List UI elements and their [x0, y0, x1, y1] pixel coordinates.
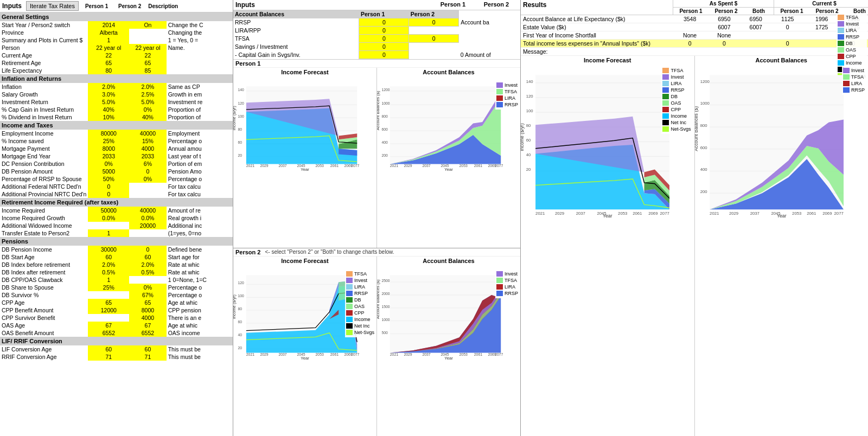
x-tick: 2029	[729, 211, 738, 216]
legend-tfsa: TFSA	[843, 74, 865, 80]
p2-account-legend: Invest TFSA LIRA RRSP	[495, 270, 519, 298]
middle-top-inputs: Inputs Person 1 Person 2 Account Balance…	[233, 0, 520, 60]
current-header: Current $	[774, 0, 868, 8]
legend-oas: OAS	[346, 304, 374, 309]
y-tick: 1000	[700, 101, 709, 106]
legend-rrsp: RRSP	[496, 291, 518, 296]
left-panel-header: Inputs Iterate Tax Rates Person 1 Person…	[0, 0, 233, 12]
as-p2-header: Person 2	[709, 8, 744, 15]
result-label: Account Balance at Life Expectancy ($k)	[521, 15, 673, 23]
x-tick: 2061	[633, 211, 642, 216]
table-row: Inflation 2.0% 2.0% Same as CP	[0, 83, 233, 91]
table-row: Investment Return 5.0% 5.0% Investment r…	[0, 98, 233, 106]
x-tick: 2045	[441, 352, 449, 356]
x-tick: 2061	[474, 164, 482, 168]
table-row: Transfer Estate to Person2 1 (1=yes, 0=n…	[0, 229, 233, 237]
y-tick: 20	[526, 167, 531, 172]
iterate-tax-rates-button[interactable]: Iterate Tax Rates	[26, 1, 79, 11]
table-row: Mortgage End Year 2033 2033 Last year of…	[0, 152, 233, 160]
y-tick: 400	[700, 167, 707, 172]
y-tick: 20	[238, 345, 242, 349]
legend-tfsa: TFSA	[496, 89, 518, 94]
y-axis-label: Account Balances ($)	[377, 279, 380, 319]
table-row: Start Year / Person2 switch 2014 On Chan…	[0, 21, 233, 29]
result-cur-p1: 1125	[770, 15, 805, 23]
table-row: Life Expectancy 80 85	[0, 67, 233, 74]
account-balances-header: Account Balances Person 1 Person 2	[233, 10, 520, 18]
y-tick: 100	[526, 108, 533, 113]
table-row: DB Index before retirement 2.0% 2.0% Rat…	[0, 261, 233, 268]
table-row: Account Balance at Life Expectancy ($k) …	[521, 15, 868, 23]
table-row: Total income less expenses in "Annual In…	[521, 40, 868, 48]
legend-tfsa: TFSA	[346, 271, 374, 277]
x-tick: 2045	[297, 164, 305, 168]
middle-panel: Inputs Person 1 Person 2 Account Balance…	[233, 0, 521, 436]
legend-invest: Invest	[496, 271, 518, 277]
result-cur-p1: 0	[770, 40, 805, 48]
right-panel: Results As Spent $ Person 1 Person 2 Bot…	[521, 0, 868, 436]
legend-rrsp: RRSP	[843, 87, 865, 93]
x-tick: 2029	[555, 211, 564, 216]
y-tick: 120	[238, 101, 245, 105]
result-as-both: 6950	[741, 15, 770, 23]
person2-label: Person 2	[235, 249, 260, 255]
rp-p1-income-title: Income Forecast	[521, 56, 694, 65]
legend-rrsp: RRSP	[662, 87, 691, 93]
table-row: Additional Federal NRTC Ded'n 0 For tax …	[0, 183, 233, 190]
income-taxes-header: Income and Taxes	[0, 121, 233, 130]
middle-inputs-title: Inputs	[235, 1, 255, 9]
as-both-header: Both	[744, 8, 774, 15]
x-tick: 2037	[278, 164, 286, 168]
result-as-p2: 0	[707, 40, 741, 48]
results-table: Account Balance at Life Expectancy ($k) …	[521, 15, 868, 56]
x-tick: 2037	[422, 164, 430, 168]
legend-lira: LIRA	[662, 81, 691, 86]
table-row: Income Required Growth 0.0% 0.0% Real gr…	[0, 214, 233, 222]
result-cur-p2	[805, 40, 839, 48]
result-as-p1: 3548	[673, 15, 707, 23]
results-title: Results	[521, 0, 673, 15]
y-tick: 60	[526, 138, 531, 143]
result-cur-p1	[770, 31, 805, 40]
x-tick: 2053	[316, 164, 324, 168]
p2-account-chart-container: Account Balances 2500 2000 1500 1000 500…	[377, 257, 520, 437]
table-row: OAS Age 67 67 Age at whic	[0, 322, 233, 329]
x-tick: 2037	[278, 352, 286, 356]
y-tick: 20	[238, 153, 242, 157]
x-tick: 2069	[822, 211, 832, 216]
legend-lira: LIRA	[496, 284, 518, 290]
x-tick: 2053	[316, 352, 324, 356]
x-tick: 2021	[390, 164, 398, 168]
x-tick: 2021	[246, 164, 254, 168]
y-tick: 1000	[382, 101, 390, 105]
result-as-p2: None	[707, 31, 741, 40]
legend-db: DB	[662, 94, 691, 99]
left-panel: Inputs Iterate Tax Rates Person 1 Person…	[0, 0, 233, 436]
x-tick: 2069	[648, 211, 658, 216]
result-as-p1	[673, 23, 707, 31]
x-tick: 2037	[750, 211, 759, 216]
x-axis-label: Year	[444, 356, 453, 361]
table-row: RRSP 0 0 Account ba	[233, 18, 520, 27]
rp-p1-income-legend: TFSA Invest LIRA RRSP DB OAS CPP Income …	[661, 67, 692, 134]
person1-charts: Income Forecast 140 120 100 80 60 20 Inc…	[233, 68, 520, 248]
legend-invest: Invest	[843, 68, 865, 73]
y-tick: 40	[238, 332, 242, 336]
table-row: % Dividend in Invest Return 10% 40% Prop…	[0, 113, 233, 121]
x-tick: 2037	[576, 211, 585, 216]
table-row: Mortgage Payment 8000 4000 Annual amou	[0, 145, 233, 152]
y-tick: 80	[238, 307, 242, 311]
inputs-table: General Settings Start Year / Person2 sw…	[0, 12, 233, 361]
table-row: First Year of Income Shortfall None None	[521, 31, 868, 40]
y-tick: 80	[526, 123, 531, 128]
y-tick: 200	[700, 189, 707, 194]
rp-p1-income-container: Income Forecast 140 120 100 80 60 40 20 …	[521, 56, 694, 436]
x-tick: 2053	[459, 352, 468, 356]
y-tick: 2500	[382, 279, 390, 283]
person2-col-header: Person 2	[113, 3, 146, 9]
result-cur-p2	[805, 31, 839, 40]
p1-account-title: Account Balances	[377, 68, 520, 76]
legend-lira: LIRA	[496, 95, 518, 101]
table-row: Savings / Investment 0	[233, 43, 520, 51]
result-as-p1: 0	[673, 40, 707, 48]
